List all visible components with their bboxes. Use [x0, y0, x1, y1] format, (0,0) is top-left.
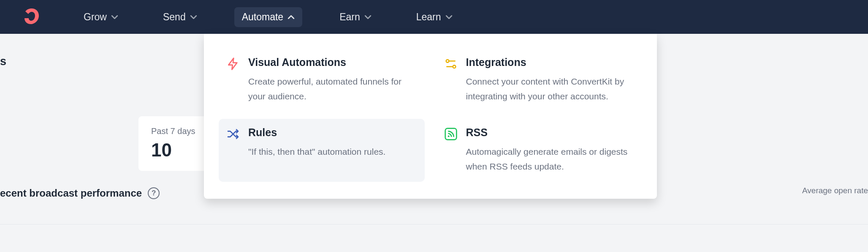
- dropdown-title: RSS: [466, 126, 635, 139]
- dropdown-desc: Automagically generate emails or digests…: [466, 145, 635, 174]
- nav-send[interactable]: Send: [155, 7, 205, 27]
- dropdown-title: Rules: [248, 126, 417, 139]
- automate-dropdown: Visual Automations Create powerful, auto…: [204, 34, 657, 199]
- side-label: Average open rate: [802, 186, 868, 195]
- help-icon[interactable]: ?: [148, 187, 160, 199]
- subscribers-label: s: [0, 55, 6, 68]
- svg-point-2: [453, 65, 456, 68]
- subscribers-heading-fragment: s: [0, 55, 6, 68]
- navbar: Grow Send Automate Earn Learn: [0, 0, 868, 34]
- logo: [21, 6, 42, 27]
- nav-label: Send: [163, 11, 186, 23]
- dropdown-desc: "If this, then that" automation rules.: [248, 145, 417, 159]
- nav-automate[interactable]: Automate: [234, 7, 302, 27]
- dropdown-visual-automations[interactable]: Visual Automations Create powerful, auto…: [219, 49, 425, 111]
- dropdown-integrations[interactable]: Integrations Connect your content with C…: [437, 49, 643, 111]
- lightning-icon: [226, 57, 240, 71]
- integrations-icon: [444, 57, 458, 71]
- rss-icon: [444, 127, 458, 141]
- logo-icon: [21, 6, 42, 27]
- nav-label: Learn: [416, 11, 441, 23]
- dropdown-rss[interactable]: RSS Automagically generate emails or dig…: [437, 119, 643, 181]
- nav-grow[interactable]: Grow: [76, 7, 126, 27]
- broadcast-heading: ecent broadcast performance ?: [0, 187, 160, 199]
- svg-point-5: [448, 136, 449, 137]
- broadcast-label: ecent broadcast performance: [0, 187, 142, 199]
- chevron-down-icon: [445, 14, 453, 21]
- dropdown-rules[interactable]: Rules "If this, then that" automation ru…: [219, 119, 425, 181]
- svg-point-0: [446, 60, 449, 63]
- shuffle-icon: [226, 127, 240, 141]
- nav-earn[interactable]: Earn: [332, 7, 379, 27]
- chevron-up-icon: [288, 14, 295, 21]
- nav-label: Grow: [84, 11, 107, 23]
- svg-rect-4: [445, 129, 456, 140]
- dropdown-title: Integrations: [466, 56, 635, 68]
- dropdown-title: Visual Automations: [248, 56, 417, 68]
- chevron-down-icon: [111, 14, 118, 21]
- chevron-down-icon: [364, 14, 372, 21]
- nav-label: Earn: [339, 11, 360, 23]
- dropdown-desc: Connect your content with ConvertKit by …: [466, 74, 635, 104]
- dropdown-desc: Create powerful, automated funnels for y…: [248, 74, 417, 104]
- nav-learn[interactable]: Learn: [409, 7, 460, 27]
- chevron-down-icon: [190, 14, 197, 21]
- divider: [0, 224, 868, 225]
- nav-label: Automate: [242, 11, 283, 23]
